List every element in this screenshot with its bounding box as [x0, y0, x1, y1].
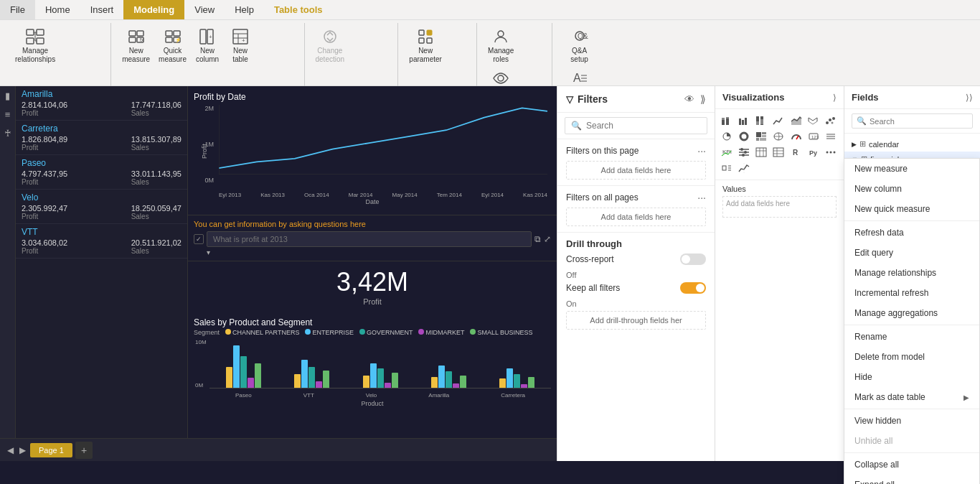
btn-new-table[interactable]: + Newtable [225, 24, 256, 66]
ctx-rename[interactable]: Rename [844, 327, 979, 347]
drill-add-fields[interactable]: Add drill-through fields her [566, 311, 706, 330]
viz-icon-ribbon[interactable] [806, 113, 821, 128]
qa-value-number: 3,42M [194, 267, 551, 297]
ctx-refresh-data[interactable]: Refresh data [844, 223, 979, 243]
page-filters-more[interactable]: ··· [697, 145, 706, 157]
viz-icon-100pct-bar[interactable] [754, 113, 768, 128]
ctx-new-measure[interactable]: New measure [844, 159, 979, 179]
data-row-vtt[interactable]: VTT 3.034.608,02 Profit 20.511.921,02 Sa… [16, 224, 187, 259]
viz-icon-clustered-bar[interactable] [737, 113, 751, 128]
fields-expand-icon[interactable]: ⟩⟩ [966, 93, 973, 103]
viz-icon-more[interactable] [824, 145, 838, 159]
btn-change-detection[interactable]: Changedetection [312, 24, 349, 66]
sidebar-icon-report[interactable]: ▮ [1, 89, 14, 102]
qa-expand-icon[interactable]: ⤢ [544, 234, 551, 244]
viz-icon-stacked-bar[interactable] [720, 113, 734, 128]
chart-x-axis-label: Date [194, 198, 551, 205]
qa-checkbox-icon: ✓ [194, 234, 204, 244]
ctx-mark-date-label: Mark as date table [854, 392, 925, 402]
drill-keep-filters-toggle[interactable] [680, 282, 706, 294]
viz-icon-gauge[interactable] [789, 129, 804, 144]
filter-eye-icon[interactable]: 👁 [684, 93, 694, 105]
svg-rect-28 [419, 38, 424, 43]
ctx-manage-relationships[interactable]: Manage relationships [844, 263, 979, 283]
group-whatif-inner: Newparameter [405, 24, 446, 66]
viz-icon-scatter[interactable] [824, 113, 838, 128]
viz-icon-analytics[interactable] [737, 161, 751, 175]
svg-rect-46 [742, 120, 744, 125]
viz-icon-python[interactable]: Py [806, 145, 821, 159]
tab-insert[interactable]: Insert [80, 0, 124, 19]
ctx-new-column[interactable]: New column [844, 179, 979, 199]
ctx-incremental-refresh[interactable]: Incremental refresh [844, 283, 979, 303]
viz-icon-matrix[interactable] [771, 145, 786, 159]
all-pages-add[interactable]: Add data fields here [566, 208, 706, 226]
viz-icon-multirow-card[interactable] [824, 129, 838, 144]
viz-icon-pie[interactable] [720, 129, 734, 144]
ctx-expand-all[interactable]: Expand all [844, 475, 979, 484]
viz-icon-donut[interactable] [737, 129, 751, 144]
viz-icon-map[interactable] [771, 129, 786, 144]
sidebar-icon-data[interactable]: ≡ [1, 108, 14, 121]
page-filters-header: Filters on this page ··· [566, 145, 706, 157]
viz-icon-line[interactable] [771, 113, 786, 128]
filter-search-input[interactable] [586, 121, 701, 131]
tab-view[interactable]: View [184, 0, 225, 19]
viz-values-add[interactable]: Add data fields here [722, 196, 837, 218]
tab-home[interactable]: Home [35, 0, 80, 19]
filter-expand-icon[interactable]: ⟫ [700, 93, 706, 105]
page-tab-1[interactable]: Page 1 [30, 443, 72, 457]
btn-new-column[interactable]: + Newcolumn [192, 24, 223, 66]
btn-qa-setup[interactable]: Q&A Q&Asetup [560, 24, 599, 66]
btn-manage-relationships[interactable]: Managerelationships [11, 24, 59, 66]
page-filters-add[interactable]: Add data fields here [566, 161, 706, 180]
viz-icon-format[interactable] [720, 161, 734, 175]
bar-paseo-channel [226, 367, 232, 388]
data-row-velo[interactable]: Velo 2.305.992,47 Profit 18.250.059,47 S… [16, 190, 187, 224]
btn-manage-relationships-label: Managerelationships [15, 47, 55, 64]
viz-icon-card[interactable]: 123 [806, 129, 821, 144]
tab-help[interactable]: Help [225, 0, 264, 19]
svg-rect-14 [166, 37, 172, 42]
ctx-collapse-all[interactable]: Collapse all [844, 455, 979, 475]
viz-icon-slicer[interactable] [737, 145, 751, 159]
fields-search-input[interactable] [870, 117, 969, 126]
btn-new-parameter[interactable]: Newparameter [405, 24, 446, 66]
ctx-edit-query[interactable]: Edit query [844, 243, 979, 263]
all-pages-more[interactable]: ··· [697, 192, 706, 203]
fields-item-calendar[interactable]: ▶ ⊞ calendar [844, 136, 980, 152]
ctx-unhide-all[interactable]: Unhide all [844, 431, 979, 451]
ctx-delete[interactable]: Delete from model [844, 347, 979, 367]
page-prev-btn[interactable]: ◀ [6, 444, 15, 457]
viz-icon-kpi[interactable]: KPI [720, 145, 734, 159]
data-row-paseo[interactable]: Paseo 4.797.437,95 Profit 33.011.143,95 … [16, 155, 187, 190]
viz-expand-icon[interactable]: ⟩ [833, 93, 837, 103]
viz-icon-table[interactable] [754, 145, 768, 159]
tab-table-tools[interactable]: Table tools [264, 0, 333, 19]
drill-cross-report-toggle[interactable] [680, 253, 706, 265]
tab-file[interactable]: File [0, 0, 35, 19]
btn-manage-roles[interactable]: Manageroles [484, 24, 517, 66]
page-next-btn[interactable]: ▶ [18, 444, 27, 457]
ctx-view-hidden[interactable]: View hidden [844, 411, 979, 431]
data-row-amarilla[interactable]: Amarilla 2.814.104,06 Profit 17.747.118,… [16, 86, 187, 121]
bar-chart-section: Sales by Product and Segment Segment CHA… [188, 312, 557, 438]
viz-icon-treemap[interactable] [754, 129, 768, 144]
btn-new-measure[interactable]: fx Newmeasure [118, 24, 154, 66]
qa-copy-icon[interactable]: ⧉ [534, 234, 541, 244]
ctx-new-quick-measure[interactable]: New quick measure [844, 199, 979, 219]
svg-text:+: + [242, 37, 245, 44]
ctx-manage-aggregations[interactable]: Manage aggregations [844, 303, 979, 323]
viz-icon-area[interactable] [789, 113, 804, 128]
viz-icon-r-visual[interactable]: R [789, 145, 804, 159]
ctx-hide[interactable]: Hide [844, 367, 979, 387]
data-row-carretera[interactable]: Carretera 1.826.804,89 Profit 13.815.307… [16, 121, 187, 155]
qa-input[interactable] [207, 231, 532, 247]
tab-modeling[interactable]: Modeling [123, 0, 184, 19]
btn-quick-measure[interactable]: ⚡fx Quickmeasure [155, 24, 190, 66]
all-pages-title: Filters on all pages [566, 192, 639, 203]
ctx-mark-date[interactable]: Mark as date table ▶ [844, 387, 979, 407]
data-right-velo: 18.250.059,47 Sales [131, 204, 182, 220]
sidebar-icon-model[interactable]: ♰ [1, 126, 14, 139]
page-add-btn[interactable]: + [75, 442, 93, 459]
